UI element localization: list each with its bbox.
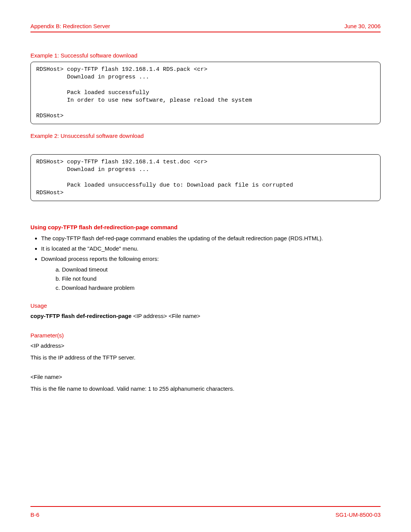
list-item: The copy-TFTP flash def-red-page command…: [41, 235, 381, 241]
list-item: Download process reports the following e…: [41, 256, 381, 292]
header-left: Appendix B: Redirection Server: [30, 23, 110, 29]
usage-cmd-bold: copy-TFTP flash def-redirection-page: [30, 313, 132, 319]
sub-item-a: a. Download timeout: [56, 265, 381, 274]
param1-desc: This is the IP address of the TFTP serve…: [30, 354, 381, 361]
example2-code: RDSHost> copy-TFTP flash 192.168.1.4 tes…: [30, 154, 381, 201]
usage-command: copy-TFTP flash def-redirection-page <IP…: [30, 313, 381, 319]
section-title: Using copy-TFTP flash def-redirection-pa…: [30, 224, 381, 230]
footer-rule: B-6 SG1-UM-8500-03: [30, 506, 381, 518]
usage-heading: Usage: [30, 302, 381, 309]
params-heading: Parameter(s): [30, 332, 381, 339]
example1-title: Example 1: Successful software download: [30, 52, 381, 59]
usage-cmd-rest: <IP address> <File name>: [132, 313, 201, 319]
sub-item-c: c. Download hardware problem: [56, 283, 381, 292]
param2-name: <File name>: [30, 374, 381, 380]
document-page: Appendix B: Redirection Server June 30, …: [0, 0, 411, 532]
example1-code: RDSHost> copy-TFTP flash 192.168.1.4 RDS…: [30, 62, 381, 124]
page-footer: B-6 SG1-UM-8500-03: [30, 511, 381, 518]
page-header: Appendix B: Redirection Server June 30, …: [30, 23, 381, 32]
param2-desc: This is the file name to download. Valid…: [30, 385, 381, 392]
param1-name: <IP address>: [30, 342, 381, 349]
example2-title: Example 2: Unsuccessful software downloa…: [30, 133, 381, 139]
list-item: It is located at the "ADC_Mode" menu.: [41, 245, 381, 252]
sub-list: a. Download timeout b. File not found c.…: [56, 265, 381, 292]
sub-item-b: b. File not found: [56, 274, 381, 283]
header-right: June 30, 2006: [344, 23, 381, 29]
footer-left: B-6: [30, 511, 39, 518]
bullet-list: The copy-TFTP flash def-red-page command…: [41, 235, 381, 292]
list-item-text: Download process reports the following e…: [41, 256, 159, 262]
footer-right: SG1-UM-8500-03: [336, 511, 381, 518]
